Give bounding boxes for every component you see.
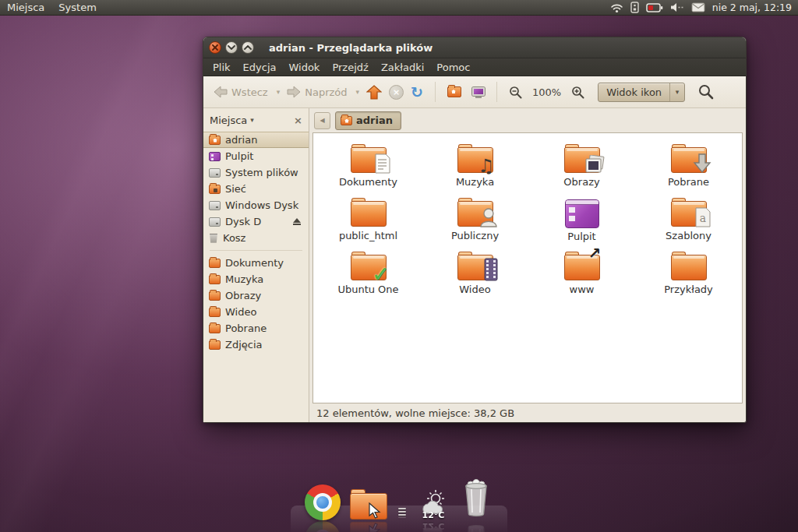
- network-folder-icon: [209, 185, 221, 194]
- media-device-icon[interactable]: [630, 2, 639, 13]
- file-item-public[interactable]: Publiczny: [422, 198, 528, 252]
- menu-bookmarks[interactable]: Zakładki: [375, 58, 430, 76]
- file-item-public-html[interactable]: public_html: [315, 198, 422, 252]
- toolbar-separator: [496, 82, 497, 102]
- zoom-out-button[interactable]: [505, 83, 526, 101]
- folder-icon: [209, 259, 221, 268]
- link-arrow-emblem-icon: ↗: [588, 245, 602, 261]
- file-item-documents[interactable]: Dokumenty: [315, 144, 422, 198]
- side-pane-dropdown-icon[interactable]: ▾: [250, 116, 254, 124]
- menu-edit[interactable]: Edycja: [237, 58, 283, 76]
- weather-applet[interactable]: 12°C: [417, 488, 450, 520]
- sidebar-item-downloads[interactable]: Pobrane: [203, 320, 309, 336]
- sidebar-item-home[interactable]: adrian: [203, 132, 309, 148]
- system-tray: nie 2 maj, 12:19: [610, 2, 798, 13]
- file-item-music[interactable]: ♫ Muzyka: [422, 144, 528, 198]
- path-button-home[interactable]: adrian: [335, 111, 401, 130]
- chrome-icon: [305, 484, 341, 520]
- stop-button[interactable]: ×: [389, 85, 404, 100]
- file-item-templates[interactable]: a Szablony: [635, 198, 742, 252]
- sidebar-item-disk-d[interactable]: Dysk D: [203, 213, 309, 230]
- sidebar-item-photos[interactable]: Zdjęcia: [203, 336, 309, 353]
- close-window-icon[interactable]: [209, 41, 221, 54]
- maximize-window-icon[interactable]: [242, 41, 254, 54]
- photo-emblem-icon: [584, 155, 605, 176]
- side-pane-close-icon[interactable]: ×: [294, 115, 302, 126]
- desktop-icon: [209, 152, 221, 161]
- menu-go[interactable]: Przejdź: [326, 58, 374, 76]
- file-item-pictures[interactable]: Obrazy: [528, 144, 635, 198]
- icon-view[interactable]: Dokumenty ♫ Muzyka Obrazy Pobrane: [312, 132, 743, 403]
- template-emblem-icon: a: [694, 207, 711, 230]
- file-item-downloads[interactable]: Pobrane: [635, 144, 742, 198]
- folder-icon: [209, 340, 221, 350]
- battery-low-icon[interactable]: [646, 3, 663, 12]
- path-scroll-left-icon[interactable]: ◀: [314, 112, 330, 129]
- toolbar-separator: [435, 82, 436, 102]
- drive-icon: [209, 217, 221, 227]
- zoom-in-button[interactable]: [567, 83, 588, 101]
- file-manager-window: adrian - Przeglądarka plików Plik Edycja…: [203, 37, 747, 423]
- menu-file[interactable]: Plik: [207, 58, 237, 76]
- forward-button[interactable]: Naprzód: [283, 83, 351, 100]
- minimize-window-icon[interactable]: [225, 41, 238, 54]
- file-item-www[interactable]: ↗ www: [528, 252, 635, 305]
- up-button[interactable]: [362, 83, 386, 102]
- view-mode-dropdown-icon: ▾: [669, 83, 684, 101]
- computer-button[interactable]: [468, 85, 489, 100]
- desktop: { "panel": { "menus": [ { "label": "Miej…: [0, 0, 798, 532]
- volume-muted-icon[interactable]: [670, 2, 684, 12]
- sidebar-separator: [210, 250, 302, 251]
- sidebar-item-filesystem[interactable]: System plików: [203, 164, 309, 181]
- menu-help[interactable]: Pomoc: [430, 58, 476, 76]
- folder-icon: [209, 308, 221, 317]
- side-pane-selector[interactable]: Miejsca: [210, 115, 247, 126]
- sidebar-item-desktop[interactable]: Pulpit: [203, 148, 309, 164]
- sidebar-item-videos[interactable]: Wideo: [203, 304, 309, 320]
- menu-view[interactable]: Widok: [282, 58, 326, 76]
- music-note-emblem-icon: ♫: [478, 157, 495, 175]
- mail-icon[interactable]: [691, 2, 705, 12]
- home-folder-icon: [447, 86, 461, 97]
- titlebar[interactable]: adrian - Przeglądarka plików: [203, 37, 746, 58]
- sidebar-item-documents[interactable]: Dokumenty: [203, 255, 309, 271]
- back-button[interactable]: Wstecz: [210, 83, 272, 100]
- places-menu[interactable]: Miejsca: [0, 0, 51, 15]
- desktop-icon: [565, 199, 599, 228]
- file-item-examples[interactable]: Przykłady: [635, 252, 742, 305]
- zoom-level[interactable]: 100%: [532, 86, 561, 98]
- panel-clock[interactable]: nie 2 maj, 12:19: [712, 2, 792, 13]
- film-strip-emblem-icon: [484, 258, 498, 284]
- system-menu[interactable]: System: [51, 0, 103, 15]
- path-bar: ◀ adrian: [309, 108, 746, 132]
- svg-text:a: a: [699, 212, 705, 224]
- sidebar-item-pictures[interactable]: Obrazy: [203, 287, 309, 304]
- home-button[interactable]: [443, 84, 465, 100]
- sidebar-item-trash[interactable]: Kosz: [203, 230, 309, 246]
- forward-history-dropdown-icon[interactable]: ▾: [356, 88, 360, 96]
- file-item-desktop[interactable]: Pulpit: [528, 198, 635, 252]
- search-icon: [698, 84, 714, 100]
- up-arrow-icon: [366, 85, 382, 100]
- wifi-icon[interactable]: [610, 2, 623, 13]
- sidebar-item-music[interactable]: Muzyka: [203, 271, 309, 287]
- view-mode-select[interactable]: Widok ikon ▾: [598, 83, 685, 102]
- file-item-videos[interactable]: Wideo: [422, 252, 528, 305]
- sidebar-item-network[interactable]: Sieć: [203, 181, 309, 197]
- dock-handle-icon[interactable]: [398, 508, 406, 516]
- folder-icon: [209, 291, 221, 301]
- download-arrow-emblem-icon: [693, 153, 711, 176]
- chrome-launcher[interactable]: [305, 484, 341, 520]
- forward-arrow-icon: [287, 86, 301, 98]
- sidebar-item-windows-disk[interactable]: Windows Dysk: [203, 197, 309, 213]
- trash-icon: [209, 234, 218, 243]
- search-button[interactable]: [694, 82, 718, 102]
- file-manager-launcher[interactable]: [350, 489, 387, 520]
- back-history-dropdown-icon[interactable]: ▾: [277, 88, 281, 96]
- file-item-ubuntu-one[interactable]: ✓ Ubuntu One: [315, 252, 422, 305]
- reload-button[interactable]: ↻: [407, 83, 427, 102]
- trash-launcher[interactable]: [459, 478, 493, 520]
- file-manager-icon: [350, 489, 387, 520]
- check-mark-emblem-icon: ✓: [372, 263, 390, 284]
- eject-icon[interactable]: [293, 218, 301, 225]
